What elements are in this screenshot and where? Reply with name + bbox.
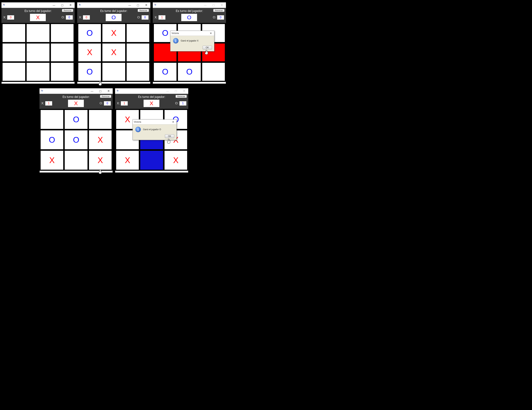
board-cell-8[interactable] <box>202 63 225 81</box>
board-cell-1[interactable] <box>27 24 49 42</box>
board-cell-8[interactable]: X <box>164 151 187 170</box>
score-x-label: X: <box>155 16 157 19</box>
current-turn-indicator: X <box>30 14 46 21</box>
score-o-label: O: <box>100 102 103 105</box>
score-o-value: 0 <box>104 101 111 106</box>
board-cell-3[interactable]: X <box>78 44 101 62</box>
score-x-value: 1 <box>159 15 165 20</box>
java-icon <box>3 4 6 7</box>
board-cell-8[interactable]: X <box>89 151 112 170</box>
minimize-button[interactable]: — <box>125 2 134 8</box>
current-turn-indicator: X <box>68 100 84 107</box>
restart-button[interactable]: Reiniciar <box>138 9 149 12</box>
board-cell-5[interactable] <box>51 44 74 62</box>
score-o-value: 0 <box>142 15 149 20</box>
maximize-button[interactable]: ▢ <box>172 88 180 94</box>
board-cell-0[interactable] <box>41 110 63 129</box>
minimize-button[interactable]: — <box>88 88 96 94</box>
minimize-button[interactable]: — <box>163 88 172 94</box>
board-cell-0[interactable] <box>3 24 25 42</box>
dialog-message: Ganó el jugador X <box>181 39 199 42</box>
minimize-button[interactable]: — <box>50 2 58 8</box>
board-cell-6[interactable]: X <box>41 151 63 170</box>
board-cell-6[interactable]: O <box>154 63 176 81</box>
board-cell-4[interactable]: O <box>65 130 87 149</box>
board-cell-7[interactable] <box>102 63 125 81</box>
score-header: Es turno del jugador: Reiniciar X: 0 O O… <box>77 8 150 23</box>
window-titlebar[interactable]: — ▢ ✕ <box>115 88 188 94</box>
java-icon <box>78 4 81 7</box>
window-titlebar[interactable]: — ▢ ✕ <box>153 2 226 8</box>
close-button[interactable]: ✕ <box>104 88 113 94</box>
board-cell-3[interactable] <box>3 44 25 62</box>
board-cell-2[interactable] <box>89 110 112 129</box>
close-button[interactable]: ✕ <box>180 88 188 94</box>
info-icon: i <box>135 127 141 132</box>
score-x-value: 0 <box>7 15 14 20</box>
board-cell-8[interactable] <box>127 63 149 81</box>
window-titlebar[interactable]: — ▢ ✕ <box>77 2 150 8</box>
score-x-label: X: <box>41 102 44 105</box>
board-cell-8[interactable] <box>51 63 74 81</box>
board-cell-3[interactable]: O <box>41 130 63 149</box>
score-x-value: 1 <box>121 101 128 106</box>
current-turn-indicator: X <box>143 100 159 107</box>
board-cell-6[interactable]: X <box>116 151 139 170</box>
score-x-value: 1 <box>45 101 52 106</box>
victory-dialog[interactable]: Victoria ✕ i Ganó el jugador X OK <box>170 31 214 51</box>
board-cell-5[interactable] <box>127 44 149 62</box>
board-cell-6[interactable] <box>3 63 25 81</box>
current-turn-indicator: O <box>106 14 122 21</box>
close-button[interactable]: ✕ <box>142 2 150 8</box>
current-turn-indicator: O <box>181 14 197 21</box>
dialog-title: Victoria <box>171 32 179 35</box>
board-cell-2[interactable] <box>51 24 74 42</box>
restart-button[interactable]: Reiniciar <box>100 95 111 98</box>
dialog-ok-button[interactable]: OK <box>165 134 174 138</box>
dialog-close-button[interactable]: ✕ <box>171 120 175 123</box>
board-cell-7[interactable] <box>27 63 49 81</box>
close-button[interactable]: ✕ <box>218 2 226 8</box>
board-cell-7[interactable] <box>140 151 163 170</box>
score-x-label: X: <box>3 16 6 19</box>
board-cell-7[interactable] <box>65 151 87 170</box>
score-header: Es turno del jugador: Reiniciar X: 1 O O… <box>153 8 226 23</box>
board-cell-1[interactable]: X <box>102 24 125 42</box>
game-board <box>1 23 75 82</box>
info-icon: i <box>173 38 179 44</box>
dialog-message: Ganó el jugador O <box>143 128 161 131</box>
restart-button[interactable]: Reiniciar <box>213 9 224 12</box>
score-o-label: O: <box>137 16 141 19</box>
minimize-button[interactable]: — <box>201 2 209 8</box>
dialog-ok-button[interactable]: OK <box>203 46 212 49</box>
close-button[interactable]: ✕ <box>66 2 75 8</box>
board-cell-6[interactable]: O <box>78 63 101 81</box>
score-x-label: X: <box>79 16 82 19</box>
board-cell-5[interactable]: X <box>89 130 112 149</box>
window-titlebar[interactable]: — ▢ ✕ <box>39 88 113 94</box>
maximize-button[interactable]: ▢ <box>58 2 66 8</box>
score-o-label: O: <box>62 16 65 19</box>
maximize-button[interactable]: ▢ <box>134 2 142 8</box>
score-header: Es turno del jugador: Reiniciar X: 1 X O… <box>115 94 188 109</box>
restart-button[interactable]: Reiniciar <box>62 9 73 12</box>
java-icon <box>41 90 44 92</box>
board-cell-4[interactable] <box>27 44 49 62</box>
java-icon <box>154 4 157 7</box>
score-o-value: 1 <box>180 101 186 106</box>
window-titlebar[interactable]: — ▢ ✕ <box>1 2 75 8</box>
board-cell-0[interactable]: O <box>78 24 101 42</box>
board-cell-1[interactable]: O <box>65 110 87 129</box>
board-cell-7[interactable]: O <box>178 63 200 81</box>
score-x-value: 0 <box>83 15 90 20</box>
restart-button[interactable]: Reiniciar <box>176 95 187 98</box>
score-o-label: O: <box>175 102 178 105</box>
score-o-value: 0 <box>217 15 224 20</box>
game-board: OOOXXX <box>39 109 113 171</box>
maximize-button[interactable]: ▢ <box>209 2 218 8</box>
board-cell-2[interactable] <box>127 24 149 42</box>
victory-dialog[interactable]: Victoria ✕ i Ganó el jugador O OK <box>133 119 177 140</box>
board-cell-4[interactable]: X <box>102 44 125 62</box>
dialog-close-button[interactable]: ✕ <box>209 32 213 35</box>
maximize-button[interactable]: ▢ <box>96 88 104 94</box>
